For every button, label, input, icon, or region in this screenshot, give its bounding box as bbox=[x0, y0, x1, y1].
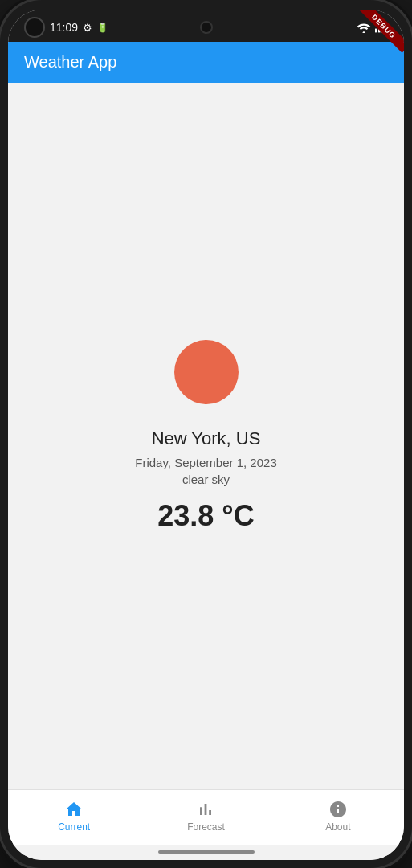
status-time: 11:09 bbox=[50, 21, 78, 34]
nav-label-about: About bbox=[325, 821, 350, 833]
home-icon bbox=[64, 800, 84, 819]
nav-label-forecast: Forecast bbox=[187, 821, 225, 833]
location-name: New York, US bbox=[152, 428, 261, 449]
date-text: Friday, September 1, 2023 bbox=[135, 456, 276, 469]
app-title: Weather App bbox=[24, 53, 116, 71]
sun-icon bbox=[174, 340, 239, 404]
chart-icon bbox=[196, 800, 215, 819]
status-bar: 11:09 ⚙ 🔋 bbox=[8, 10, 404, 42]
debug-corner: DEBUG bbox=[356, 10, 404, 58]
main-content: New York, US Friday, September 1, 2023 c… bbox=[8, 83, 404, 789]
nav-item-forecast[interactable]: Forecast bbox=[140, 796, 271, 836]
phone-frame: 11:09 ⚙ 🔋 bbox=[0, 0, 412, 868]
bottom-nav: Current Forecast About bbox=[8, 789, 404, 845]
app-bar: Weather App bbox=[8, 42, 404, 83]
battery-icon: 🔋 bbox=[97, 23, 108, 33]
camera-notch bbox=[200, 21, 213, 34]
nav-item-about[interactable]: About bbox=[272, 796, 404, 836]
home-indicator bbox=[8, 845, 404, 860]
home-bar bbox=[158, 850, 255, 854]
camera-area bbox=[200, 21, 213, 34]
temperature-display: 23.8 °C bbox=[157, 499, 254, 533]
weather-icon-container bbox=[174, 340, 239, 404]
debug-badge: DEBUG bbox=[358, 10, 404, 52]
nav-label-current: Current bbox=[58, 821, 90, 833]
status-left: 11:09 ⚙ 🔋 bbox=[24, 17, 108, 38]
phone-screen: 11:09 ⚙ 🔋 bbox=[8, 10, 404, 860]
condition-text: clear sky bbox=[182, 473, 230, 486]
nav-item-current[interactable]: Current bbox=[8, 796, 140, 836]
status-circle-icon bbox=[24, 17, 45, 38]
gear-icon: ⚙ bbox=[83, 22, 92, 34]
info-icon bbox=[328, 800, 348, 819]
